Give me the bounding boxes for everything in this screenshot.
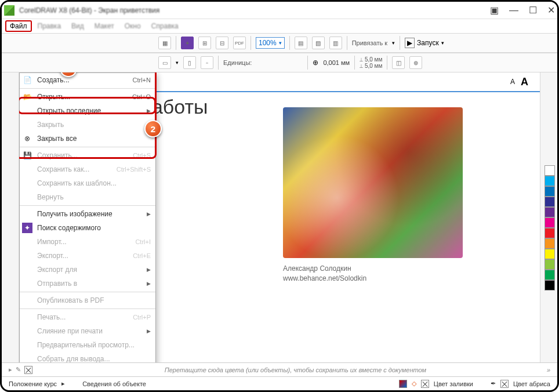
statusbar: Положение курс▸ Сведения об объекте ◇ Цв… <box>2 376 557 390</box>
eyedropper-icon[interactable]: ✎ <box>16 366 21 374</box>
docker-area[interactable] <box>540 72 557 362</box>
tool-button[interactable]: ▯ <box>183 56 196 69</box>
menu-item[interactable]: Макет <box>90 20 119 32</box>
menu-item-import: Импорт...Ctrl+I <box>20 235 155 249</box>
palette-color[interactable] <box>545 280 555 291</box>
tool-button[interactable]: ▭ <box>158 56 171 69</box>
send-to-icon <box>22 278 32 289</box>
palette-color[interactable] <box>545 186 555 197</box>
artwork-thumbnail <box>283 107 463 258</box>
menu-file[interactable]: Файл <box>5 20 32 32</box>
toolbox[interactable] <box>2 72 19 362</box>
palette-color[interactable] <box>545 217 555 228</box>
palette-color[interactable] <box>545 259 555 270</box>
launch-button[interactable]: ▶Запуск▾ <box>405 38 444 48</box>
menu-item-open[interactable]: 📂Открыть...Ctrl+O <box>20 90 155 104</box>
user-icon[interactable]: ▣ <box>490 5 499 16</box>
color-palette[interactable] <box>545 165 556 291</box>
menu-item-label: Закрыть <box>37 121 151 129</box>
palette-color[interactable] <box>545 270 555 280</box>
fill-swatch-icon[interactable] <box>399 380 407 388</box>
dup-x[interactable]: 5,0 мм <box>365 56 382 63</box>
close-doc-icon <box>22 119 32 130</box>
palette-color[interactable] <box>545 228 555 238</box>
tool-button[interactable]: ▥ <box>329 37 342 49</box>
menu-item-recent[interactable]: Открыть последние▶ <box>20 104 155 118</box>
open-icon: 📂 <box>22 92 32 102</box>
palette-color[interactable] <box>545 249 555 259</box>
fill-label: Цвет заливки <box>434 380 473 387</box>
menu-item-save-template: Сохранить как шаблон... <box>20 176 155 190</box>
zoom-combo[interactable]: 100%▾ <box>256 37 285 49</box>
menu-item-label: Сохранить как... <box>37 165 112 173</box>
collect-icon <box>22 354 32 362</box>
tool-button[interactable]: ▤ <box>295 37 307 49</box>
document-palette: ▸ ✎ Перетащите сюда цвета (или объекты),… <box>2 362 557 376</box>
new-icon: 📄 <box>22 75 32 85</box>
menu-item-label: Сохранить как шаблон... <box>37 179 151 187</box>
menu-item[interactable]: Правка <box>33 20 66 32</box>
tool-button[interactable]: ◫ <box>392 56 405 69</box>
menu-item-saveas: Сохранить как...Ctrl+Shift+S <box>20 162 155 176</box>
menu-item-label: Импорт... <box>37 238 130 246</box>
menu-item-close-all[interactable]: ⊗Закрыть все <box>20 132 155 146</box>
tool-button[interactable]: ⊕ <box>409 56 422 69</box>
export-icon <box>22 251 32 261</box>
font-sample-large[interactable]: A <box>521 76 528 88</box>
menu-item-label: Предварительный просмотр... <box>37 341 151 349</box>
maximize-button[interactable]: ☐ <box>529 5 537 16</box>
import-icon <box>22 237 32 247</box>
menu-item-label: Слияние при печати <box>37 327 142 335</box>
recent-icon <box>22 106 32 116</box>
no-color-swatch[interactable] <box>24 366 32 374</box>
palette-color[interactable] <box>545 197 555 207</box>
dup-y[interactable]: 5,0 мм <box>365 63 382 69</box>
menu-item-label: Экспорт... <box>37 252 128 260</box>
titlebar: CorelDRAW X8 (64-Bit) - Экран приветстви… <box>2 2 557 19</box>
menu-item[interactable]: Вид <box>67 20 89 32</box>
tool-button[interactable]: ▦ <box>158 37 171 49</box>
palette-color[interactable] <box>545 207 555 217</box>
menu-item-label: Получить изображение <box>37 210 142 218</box>
menu-item-label: Открыть... <box>37 93 128 101</box>
tool-button[interactable]: ▫ <box>201 56 213 69</box>
toolbar-property: ▭ ▾ ▯ ▫ Единицы: ⊕ 0,001 мм ⟂ 5,0 мм ⟂ 5… <box>2 53 557 72</box>
minimize-button[interactable]: — <box>509 5 518 16</box>
palette-hint: Перетащите сюда цвета (или объекты), что… <box>44 366 547 373</box>
palette-menu-icon[interactable]: ▸ <box>9 366 12 374</box>
tool-button[interactable]: ⊞ <box>198 37 211 49</box>
palette-scroll-icon[interactable]: » <box>547 366 550 373</box>
font-sample-small[interactable]: A <box>510 78 515 86</box>
menu-item-label: Вернуть <box>37 193 151 201</box>
menu-item-acquire[interactable]: Получить изображение▶ <box>20 207 155 221</box>
nudge-value[interactable]: 0,001 мм <box>323 59 350 66</box>
menu-item-export-for: Экспорт для▶ <box>20 263 155 277</box>
menu-item-revert: Вернуть <box>20 190 155 204</box>
close-button[interactable]: ✕ <box>547 5 555 16</box>
menu-item-close-doc: Закрыть <box>20 118 155 132</box>
menu-item-label: Опубликовать в PDF <box>37 296 151 304</box>
menu-item-pdf: Опубликовать в PDF <box>20 293 155 307</box>
menu-item-label: Поиск содержимого <box>37 224 151 232</box>
shortcut-label: Ctrl+O <box>132 93 151 100</box>
pen-icon[interactable]: ✒ <box>491 380 496 387</box>
menu-item-search-content[interactable]: ✦Поиск содержимого <box>20 221 155 235</box>
tool-button[interactable]: ✦ <box>181 37 194 49</box>
tool-button[interactable]: PDF <box>233 37 246 49</box>
menu-item[interactable]: Справка <box>147 20 183 32</box>
outline-label: Цвет абриса <box>513 380 550 387</box>
menu-item-label: Печать... <box>37 313 128 321</box>
palette-color[interactable] <box>545 238 555 249</box>
tool-button[interactable]: ⊟ <box>216 37 228 49</box>
menu-item-label: Экспорт для <box>37 266 142 274</box>
menu-item[interactable]: Окно <box>120 20 146 32</box>
palette-color[interactable] <box>545 176 555 186</box>
no-fill-icon[interactable] <box>421 380 429 388</box>
shortcut-label: Ctrl+I <box>135 238 151 245</box>
menu-item-new[interactable]: 📄Создать...Ctrl+N <box>20 73 155 87</box>
menu-item-label: Собрать для вывода... <box>37 355 151 362</box>
tool-button[interactable]: ▧ <box>312 37 325 49</box>
palette-color[interactable] <box>545 165 555 176</box>
revert-icon <box>22 192 32 202</box>
no-outline-icon[interactable] <box>500 380 509 388</box>
